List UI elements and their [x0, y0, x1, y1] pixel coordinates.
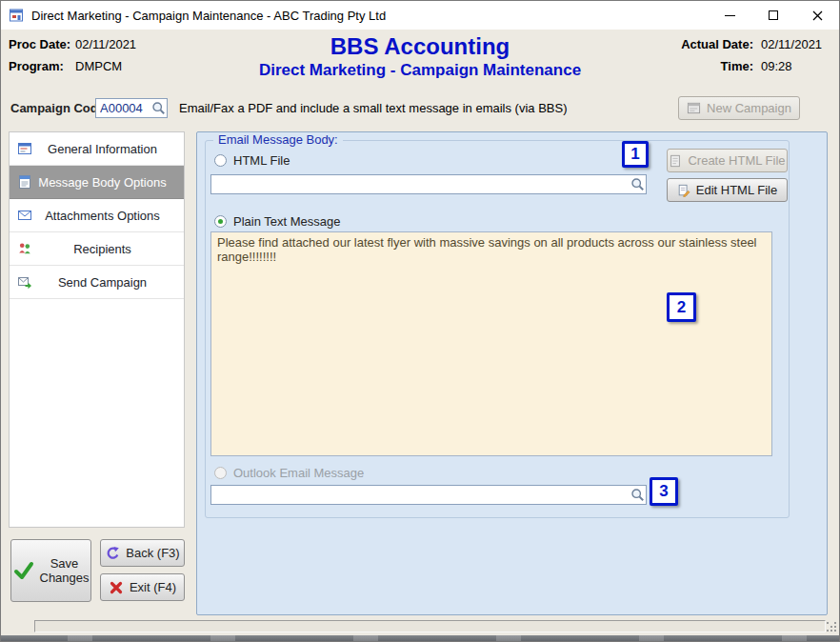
new-campaign-icon — [687, 101, 701, 115]
sidebar-item-label: Message Body Options — [10, 175, 184, 190]
campaign-description: Email/Fax a PDF and include a small text… — [179, 101, 568, 115]
outlook-path-input[interactable] — [211, 486, 646, 504]
sidebar-item-label: Send Campaign — [10, 275, 184, 290]
html-file-radio[interactable] — [214, 154, 227, 167]
minimize-icon — [725, 15, 735, 16]
app-window: Direct Marketing - Campaign Maintenance … — [0, 0, 840, 642]
status-bar — [1, 618, 839, 635]
outlook-radio[interactable] — [214, 467, 227, 479]
sidebar-item-message-body-options[interactable]: Message Body Options — [10, 166, 184, 199]
exit-label: Exit (F4) — [130, 580, 176, 594]
magnifier-icon[interactable] — [630, 488, 645, 505]
actual-date-label: Actual Date: — [681, 37, 753, 51]
minimize-button[interactable] — [708, 1, 751, 30]
plain-text-message-textarea[interactable]: Please find attached our latest flyer wi… — [210, 231, 772, 456]
group-label: Email Message Body: — [213, 132, 343, 147]
edit-html-icon — [677, 184, 690, 197]
sidebar-item-general-information[interactable]: General Information — [10, 132, 184, 166]
app-icon — [9, 8, 24, 23]
create-html-icon — [669, 154, 682, 168]
new-campaign-button[interactable]: New Campaign — [678, 96, 800, 120]
magnifier-icon[interactable] — [151, 101, 166, 118]
plain-text-radio[interactable] — [214, 215, 227, 228]
create-html-file-label: Create HTML File — [688, 153, 785, 168]
back-arrow-icon — [105, 546, 120, 561]
new-campaign-label: New Campaign — [707, 101, 791, 115]
program-value: DMPCM — [75, 59, 136, 73]
exit-button[interactable]: Exit (F4) — [100, 573, 185, 601]
sidebar-item-label: Attachments Options — [10, 209, 184, 223]
resize-grip[interactable] — [827, 622, 837, 632]
sidebar-item-attachments-options[interactable]: Attachments Options — [10, 199, 184, 232]
header: Proc Date: 02/11/2021 Program: DMPCM BBS… — [1, 30, 839, 91]
form-icon — [17, 141, 32, 156]
html-file-label[interactable]: HTML File — [233, 153, 290, 168]
time-label: Time: — [681, 59, 753, 73]
message-body-panel: Email Message Body: HTML File — [196, 131, 828, 615]
sidebar-item-send-campaign[interactable]: Send Campaign — [10, 266, 184, 299]
maximize-button[interactable] — [751, 1, 795, 30]
status-bar-panel — [34, 620, 826, 632]
taskbar-edge — [1, 635, 839, 642]
program-label: Program: — [9, 59, 75, 73]
envelope-icon — [17, 208, 32, 223]
outlook-path-field[interactable] — [210, 485, 647, 505]
window-controls — [708, 1, 839, 30]
actual-date-value: 02/11/2021 — [761, 37, 830, 51]
document-icon — [17, 174, 32, 190]
send-icon — [17, 274, 32, 290]
edit-html-file-label: Edit HTML File — [696, 183, 777, 197]
sidebar-item-label: General Information — [10, 142, 184, 156]
html-file-option: HTML File — [214, 153, 290, 168]
maximize-icon — [769, 10, 778, 20]
campaign-bar: Campaign Code: Email/Fax a PDF and inclu… — [1, 91, 839, 128]
plain-text-label[interactable]: Plain Text Message — [233, 214, 341, 229]
save-check-icon — [13, 560, 34, 581]
header-right: Actual Date: 02/11/2021 Time: 09:28 — [681, 37, 830, 73]
header-left: Proc Date: 02/11/2021 Program: DMPCM — [9, 37, 136, 73]
proc-date-label: Proc Date: — [9, 37, 75, 51]
sidebar-nav: General Information Message Body Options — [9, 131, 185, 528]
close-button[interactable] — [795, 1, 839, 30]
create-html-file-button[interactable]: Create HTML File — [667, 149, 788, 172]
html-file-path-field[interactable] — [210, 174, 647, 194]
back-button[interactable]: Back (F3) — [100, 539, 185, 567]
sidebar-item-label: Recipients — [10, 242, 184, 256]
outlook-option: Outlook Email Message — [214, 466, 364, 480]
annotation-badge-2: 2 — [667, 292, 696, 322]
time-value: 09:28 — [761, 59, 830, 73]
people-icon — [17, 241, 32, 256]
plain-text-option: Plain Text Message — [214, 214, 341, 229]
window-title: Direct Marketing - Campaign Maintenance … — [31, 9, 386, 23]
html-file-path-input[interactable] — [211, 175, 646, 193]
save-changes-button[interactable]: Save Changes — [10, 539, 91, 602]
proc-date-value: 02/11/2021 — [75, 37, 136, 51]
save-changes-label: Save Changes — [40, 556, 90, 585]
annotation-badge-3: 3 — [650, 477, 678, 506]
exit-x-icon — [109, 580, 124, 595]
magnifier-icon[interactable] — [630, 177, 645, 194]
titlebar: Direct Marketing - Campaign Maintenance … — [1, 1, 839, 30]
outlook-label: Outlook Email Message — [233, 466, 364, 480]
email-message-body-group: Email Message Body: HTML File — [205, 140, 790, 518]
annotation-badge-1: 1 — [622, 141, 649, 168]
sidebar-item-recipients[interactable]: Recipients — [10, 232, 184, 266]
campaign-code-field[interactable] — [95, 98, 168, 118]
campaign-code-label: Campaign Code: — [10, 101, 109, 115]
back-label: Back (F3) — [126, 546, 179, 560]
close-icon — [812, 10, 823, 21]
edit-html-file-button[interactable]: Edit HTML File — [667, 178, 788, 202]
